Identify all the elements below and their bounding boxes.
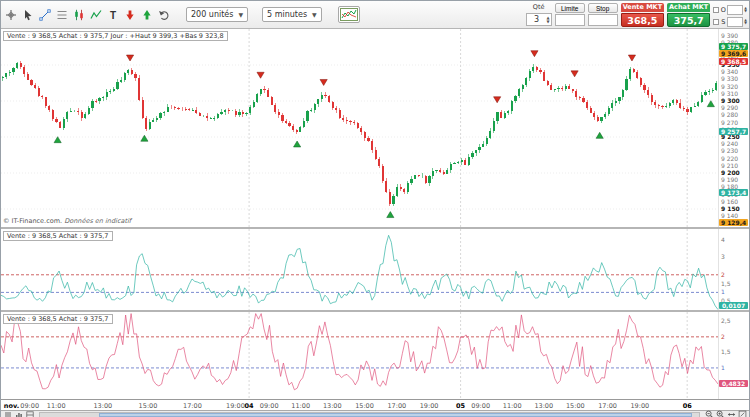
chart-window-button[interactable] (338, 6, 360, 23)
fibonacci-icon[interactable] (54, 5, 70, 25)
time-label: nov. (4, 402, 19, 410)
chart-scrollbar-bar (1, 410, 749, 417)
sell-mkt-button[interactable]: 368,5 (621, 13, 664, 27)
price-chip: 9 173,4 (719, 189, 748, 196)
time-axis-corner (718, 399, 749, 410)
timeframe-dropdown[interactable]: 5 minutes ▼ (262, 7, 322, 22)
price-tick-label: 9 390 (721, 33, 738, 39)
price-chip: 9 369,6 (719, 50, 748, 57)
price-chip: 9 375,7 (719, 43, 748, 50)
indicator-tick-label: 1 (721, 365, 725, 371)
main-price-axis[interactable]: 9 1409 1509 1609 1709 1809 1909 2009 210… (718, 29, 749, 227)
sell-signal-arrow (494, 97, 501, 103)
indicator-tick-label: 2 (721, 334, 725, 340)
price-tick-label: 9 210 (721, 163, 738, 169)
time-label: 19:00 (420, 402, 439, 410)
bracket-value-input[interactable] (727, 5, 743, 15)
qty-value: 3 (527, 15, 547, 24)
scrollbar-thumb[interactable] (99, 413, 692, 417)
limit-order-button[interactable]: Limite (555, 3, 585, 13)
text-tool-icon[interactable]: T (105, 5, 121, 25)
bracket-label: O (720, 6, 726, 14)
main-chart-plot[interactable] (1, 29, 718, 227)
price-tick-label: 9 270 (721, 120, 738, 126)
stop-order-button[interactable]: Stop (588, 3, 618, 13)
candlestick-icon[interactable] (71, 5, 87, 25)
time-label: 05 (456, 402, 465, 410)
price-tick-label: 9 220 (721, 156, 738, 162)
bracket-row-s: S▲▼ (713, 17, 747, 27)
time-label: 13:00 (93, 402, 112, 410)
pointer-icon[interactable] (20, 5, 36, 25)
price-tick-label: 9 310 (721, 91, 738, 97)
bracket-checkbox[interactable] (713, 19, 719, 25)
time-label: 15:00 (139, 402, 158, 410)
stop-price-input[interactable] (588, 14, 618, 26)
bracket-row-o: O▲▼ (713, 5, 747, 15)
price-tick-label: 9 160 (721, 199, 738, 205)
copyright-label: © IT-Finance.com. Données en indicatif (3, 217, 131, 225)
bracket-stepper[interactable]: ▲▼ (744, 19, 747, 26)
indicator1-info-label: Vente : 9 368,5 Achat : 9 375,7 (3, 231, 113, 241)
indicator2-plot[interactable] (1, 312, 718, 399)
indicator2-panel: 0,511,522,50,4832 Vente : 9 368,5 Achat … (1, 310, 749, 399)
time-label: 11:00 (47, 402, 66, 410)
zigzag-icon[interactable] (88, 5, 104, 25)
undo-icon[interactable] (156, 5, 172, 25)
price-tick-label: 9 190 (721, 177, 738, 183)
time-label: 06 (683, 402, 692, 410)
price-tick-label: 9 320 (721, 84, 738, 90)
buy-signal-arrow (294, 141, 301, 147)
qty-stepper[interactable]: 3 ▲▼ (526, 13, 552, 26)
indicator2-axis[interactable]: 0,511,522,50,4832 (718, 312, 749, 399)
qty-stepper-arrows[interactable]: ▲▼ (547, 16, 551, 24)
buy-signal-arrow (387, 212, 394, 218)
indicator1-axis[interactable]: 0,511,52340,0107 (718, 229, 749, 310)
sell-signal-arrow (126, 55, 133, 61)
time-label: 19:00 (226, 402, 245, 410)
indicator-tick-label: 1 (721, 289, 725, 295)
sell-signal-arrow (628, 55, 635, 61)
time-label: 13:00 (323, 402, 342, 410)
time-label: 17:00 (387, 402, 406, 410)
layout-icon[interactable] (25, 411, 35, 417)
buy-signal-arrow (141, 135, 148, 141)
order-panel: Qté 3 ▲▼ Limite Stop Vente MKT 368,5 Ach… (526, 2, 747, 27)
qty-column: Qté 3 ▲▼ (526, 3, 552, 26)
price-tick-label: 9 290 (721, 105, 738, 111)
scrollbar-track[interactable] (39, 412, 700, 417)
trendline-icon[interactable] (37, 5, 53, 25)
time-label: 09:00 (260, 402, 279, 410)
fit-width-icon[interactable] (726, 411, 736, 417)
bracket-checkbox[interactable] (713, 7, 719, 13)
main-toolbar: T 200 unités ▼ 5 minutes ▼ Qté 3 ▲▼ Limi… (1, 1, 749, 29)
chart-bars-icon[interactable] (14, 411, 24, 417)
price-tick-label: 9 150 (721, 206, 740, 212)
crosshair-icon[interactable] (3, 5, 19, 25)
price-tick-label: 9 230 (721, 148, 738, 154)
limit-price-input[interactable] (555, 14, 585, 26)
sell-arrow-icon[interactable] (122, 5, 138, 25)
stop-column: Stop (588, 3, 618, 26)
buy-mkt-button[interactable]: 375,7 (667, 13, 710, 27)
bracket-value-input[interactable] (727, 17, 743, 27)
time-label: 11:00 (291, 402, 310, 410)
menu-icon[interactable] (3, 411, 13, 417)
sell-signal-arrow (320, 79, 327, 85)
indicator-tick-label: 1,5 (721, 349, 731, 355)
buy-arrow-icon[interactable] (139, 5, 155, 25)
indicator-tick-label: 4 (721, 237, 725, 243)
indicator1-plot[interactable] (1, 229, 718, 310)
indicator-tick-label: 2 (721, 272, 725, 278)
sell-mkt-label: Vente MKT (621, 3, 664, 12)
zoom-in-icon[interactable] (715, 411, 725, 417)
gridlines-group (1, 29, 718, 227)
units-dropdown[interactable]: 200 unités ▼ (186, 7, 248, 22)
price-tick-label: 9 240 (721, 141, 738, 147)
oscillator-chart (1, 229, 718, 310)
zoom-out-icon[interactable] (704, 411, 714, 417)
price-tick-label: 9 340 (721, 69, 738, 75)
expand-icon[interactable] (737, 411, 747, 417)
bracket-stepper[interactable]: ▲▼ (744, 7, 747, 14)
indicator-tick-label: 3 (721, 254, 725, 260)
